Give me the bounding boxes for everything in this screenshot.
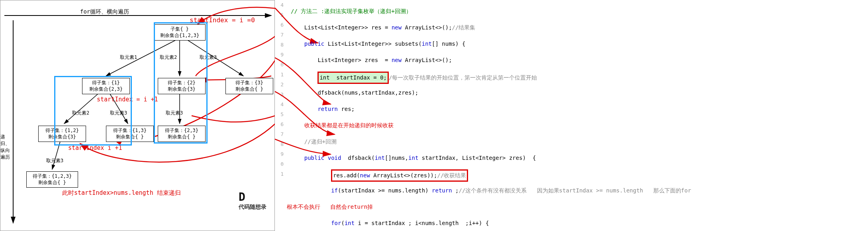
t: startIndax, List<Integer> zres) {	[418, 155, 536, 161]
lineno: 7	[275, 129, 284, 139]
t: (	[341, 220, 344, 226]
lineno: 0	[275, 159, 284, 169]
red-annot: 收获结果都是在开始递归的时候收获	[304, 122, 394, 128]
comment: //这个条件有没有都没关系 因为如果startIndax >= nums.len…	[458, 187, 691, 194]
lineno: 9	[275, 50, 284, 60]
lineno: 8	[275, 40, 284, 50]
code-line: res.add(new ArrayList<>(zres));//收获结果	[287, 169, 868, 179]
lineno: 8	[275, 139, 284, 149]
lineno: 2	[275, 80, 284, 89]
code-line: 根本不会执行 自然会return掉	[287, 202, 868, 212]
t: List<List<Integer>> subsets(	[324, 41, 421, 47]
kw: public void	[304, 155, 341, 161]
comment: //收获结果	[437, 172, 466, 179]
code-line: public List<List<Integer>> subsets(int[]…	[287, 39, 868, 49]
lineno: 1	[275, 70, 284, 80]
node-line1: 得子集：{1,2,3}	[30, 173, 74, 180]
lineno: 6	[275, 20, 284, 30]
node-line2: 剩余集合{ }	[229, 86, 270, 93]
lineno: 5	[275, 10, 284, 20]
kw: new	[392, 24, 402, 31]
t: ;	[452, 187, 459, 194]
code-line: return res;	[287, 104, 868, 114]
top-axis-label: for循环、横向遍历	[80, 8, 129, 16]
watermark-text: 代码随想录	[239, 204, 266, 210]
code-body[interactable]: // 方法二 :递归法实现子集枚举（递归+回溯） List<List<Integ…	[287, 0, 868, 231]
code-line: List<Integer> zres = new ArrayList<>();	[287, 55, 868, 65]
node-123: 得子集：{1,2,3} 剩余集合{ }	[26, 171, 78, 188]
kw: int	[422, 41, 432, 47]
kw: int	[345, 220, 355, 226]
code-editor: 4 5 6 7 8 9 0 1 2 3 4 5 6 7 8 9 0 1 // 方…	[275, 0, 868, 231]
t: i = startIndax ; i<nums.length ;i++) {	[355, 220, 489, 226]
t: res.add(	[333, 172, 360, 179]
t: ArrayList<>();	[402, 57, 452, 63]
kw: int	[408, 155, 418, 161]
comment: /每一次取子结果的开始位置，第一次肯定从第一个位置开始	[389, 74, 537, 81]
lineno: 1	[275, 169, 284, 179]
lineno: 0	[275, 60, 284, 70]
edge-e3d: 取元素3	[46, 157, 63, 164]
watermark-d-icon: D	[239, 190, 245, 204]
highlight-startindax: int startIndax = 0;	[317, 72, 389, 84]
t: [] nums) {	[432, 41, 465, 47]
comment: // 方法二 :递归法实现子集枚举（递归+回溯）	[291, 8, 411, 14]
lineno: 6	[275, 119, 284, 129]
blue-highlight-1	[154, 22, 208, 144]
lineno: 3	[275, 89, 284, 99]
comment: //递归+回溯	[304, 138, 337, 145]
kw: if	[331, 187, 338, 194]
kw: return	[432, 187, 452, 194]
code-line: // 方法二 :递归法实现子集枚举（递归+回溯）	[287, 6, 868, 16]
kw: new	[392, 57, 402, 63]
t: []nums,	[385, 155, 408, 161]
edge-e1: 取元素1	[120, 54, 137, 61]
annot-end: 此时startIndex>nums.length 结束递归	[62, 189, 181, 197]
node-line2: 剩余集合{ }	[30, 180, 74, 186]
line-gutter: 4 5 6 7 8 9 0 1 2 3 4 5 6 7 8 9 0 1	[275, 0, 287, 231]
node-3: 得子集：{3} 剩余集合{ }	[225, 78, 273, 94]
lineno: 4	[275, 0, 284, 10]
code-line: int startIndax = 0;/每一次取子结果的开始位置，第一次肯定从第…	[287, 72, 868, 82]
kw: public	[304, 41, 325, 47]
watermark: D 代码随想录	[239, 190, 266, 211]
t: ArrayList<>();	[402, 24, 452, 31]
t: List<Integer> zres =	[317, 57, 391, 63]
kw: for	[331, 220, 341, 226]
t: ArrayList<>(zres));	[370, 172, 437, 179]
tree-diagram: for循环、横向遍历	[0, 0, 275, 231]
kw: new	[360, 172, 370, 179]
t: res;	[338, 106, 355, 112]
t: dfsback(nums,startIndax,zres);	[317, 89, 418, 96]
code-line: //递归+回溯	[287, 137, 868, 147]
kw: int	[375, 155, 385, 161]
t: List<List<Integer>> res =	[304, 24, 392, 31]
lineno: 4	[275, 99, 284, 109]
red-annot: 根本不会执行 自然会return掉	[287, 204, 373, 210]
blue-highlight-2	[54, 76, 132, 146]
code-line: if(startIndax >= nums.length) return ;//…	[287, 186, 868, 196]
highlight-collect: res.add(new ArrayList<>(zres));//收获结果	[331, 169, 468, 182]
code-line: dfsback(nums,startIndax,zres);	[287, 88, 868, 98]
lineno: 5	[275, 109, 284, 119]
code-line: List<List<Integer>> res = new ArrayList<…	[287, 23, 868, 33]
kw: return	[317, 106, 338, 112]
code-line: for(int i = startIndax ; i<nums.length ;…	[287, 218, 868, 228]
left-axis-label: 递归、纵向遍历	[0, 134, 10, 161]
node-line1: 得子集：{3}	[229, 80, 270, 86]
code-line: public void dfsback(int[]nums,int startI…	[287, 153, 868, 163]
code-line: 收获结果都是在开始递归的时候收获	[287, 120, 868, 130]
t: dfsback(	[341, 155, 374, 161]
svg-line-8	[52, 142, 60, 169]
comment: //结果集	[452, 24, 476, 31]
t: (startIndax >= nums.length)	[338, 187, 432, 194]
lineno: 7	[275, 30, 284, 40]
lineno: 9	[275, 149, 284, 159]
